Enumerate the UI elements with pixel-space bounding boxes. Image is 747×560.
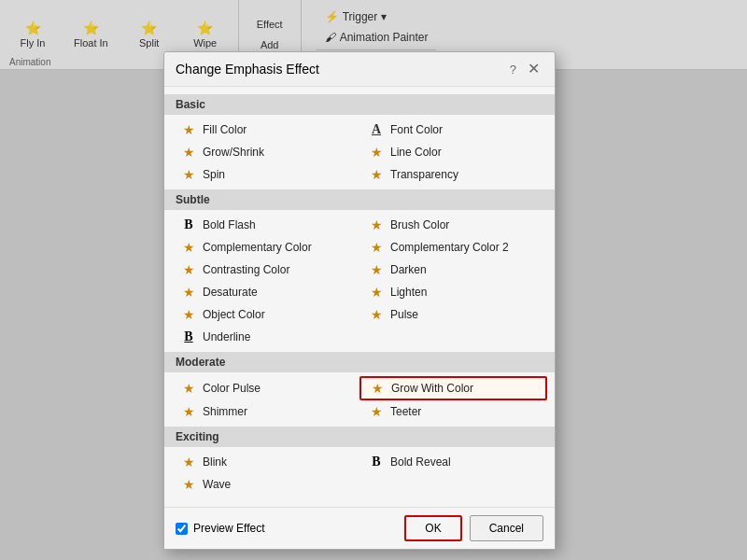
- section-basic: Basic: [164, 94, 555, 115]
- lighten-icon: ★: [368, 285, 385, 300]
- complementary-color-icon: ★: [180, 240, 197, 255]
- basic-effects-grid: ★ Fill Color A Font Color ★ Grow/Shrink …: [164, 115, 555, 189]
- effect-pulse[interactable]: ★ Pulse: [359, 303, 547, 326]
- effect-contrasting-color[interactable]: ★ Contrasting Color: [172, 259, 359, 281]
- darken-icon: ★: [368, 262, 385, 277]
- effect-wave[interactable]: ★ Wave: [172, 473, 359, 496]
- ok-button[interactable]: OK: [404, 515, 461, 541]
- line-color-label: Line Color: [390, 146, 442, 159]
- desaturate-label: Desaturate: [203, 286, 258, 299]
- dialog-footer: Preview Effect OK Cancel: [164, 507, 555, 549]
- effect-lighten[interactable]: ★ Lighten: [359, 281, 547, 303]
- line-color-icon: ★: [368, 145, 385, 160]
- teeter-icon: ★: [368, 404, 385, 419]
- color-pulse-label: Color Pulse: [203, 382, 261, 395]
- effect-underline[interactable]: B Underline: [172, 326, 359, 348]
- footer-buttons: OK Cancel: [404, 515, 543, 541]
- font-color-icon: A: [368, 122, 385, 137]
- darken-label: Darken: [390, 263, 427, 276]
- complementary-color-2-label: Complementary Color 2: [390, 241, 509, 254]
- modal-overlay: Change Emphasis Effect ? ✕ Basic ★ Fill …: [0, 0, 747, 560]
- font-color-label: Font Color: [390, 123, 443, 136]
- dialog-controls: ? ✕: [510, 60, 543, 78]
- effect-transparency[interactable]: ★ Transparency: [359, 163, 547, 186]
- blink-label: Blink: [203, 455, 227, 469]
- section-moderate: Moderate: [164, 352, 555, 372]
- bold-flash-icon: B: [180, 217, 197, 232]
- effect-bold-flash[interactable]: B Bold Flash: [172, 214, 359, 236]
- spin-icon: ★: [180, 167, 197, 182]
- blink-icon: ★: [180, 455, 197, 469]
- preview-effect-checkbox-label[interactable]: Preview Effect: [176, 522, 264, 535]
- fill-color-label: Fill Color: [203, 123, 247, 136]
- exciting-effects-grid: ★ Blink B Bold Reveal ★ Wave: [164, 447, 555, 499]
- grow-with-color-icon: ★: [369, 381, 386, 396]
- effect-fill-color[interactable]: ★ Fill Color: [172, 119, 359, 141]
- fill-color-icon: ★: [180, 122, 197, 137]
- dialog-title: Change Emphasis Effect: [176, 62, 319, 77]
- transparency-icon: ★: [368, 167, 385, 182]
- effect-blink[interactable]: ★ Blink: [172, 451, 359, 473]
- wave-icon: ★: [180, 477, 197, 492]
- lighten-label: Lighten: [390, 286, 427, 299]
- effect-font-color[interactable]: A Font Color: [359, 119, 547, 141]
- effect-line-color[interactable]: ★ Line Color: [359, 141, 547, 163]
- underline-label: Underline: [203, 330, 250, 343]
- effect-grow-with-color[interactable]: ★ Grow With Color: [359, 376, 547, 400]
- grow-shrink-label: Grow/Shrink: [203, 146, 264, 159]
- transparency-label: Transparency: [390, 168, 458, 181]
- dialog-help-button[interactable]: ?: [510, 63, 516, 77]
- effect-object-color[interactable]: ★ Object Color: [172, 303, 359, 326]
- section-subtle: Subtle: [164, 189, 555, 210]
- brush-color-label: Brush Color: [390, 218, 449, 231]
- effect-desaturate[interactable]: ★ Desaturate: [172, 281, 359, 303]
- grow-shrink-icon: ★: [180, 145, 197, 160]
- section-exciting: Exciting: [164, 427, 555, 447]
- pulse-label: Pulse: [390, 308, 418, 321]
- effect-color-pulse[interactable]: ★ Color Pulse: [172, 376, 359, 400]
- complementary-color-label: Complementary Color: [203, 241, 312, 254]
- desaturate-icon: ★: [180, 285, 197, 300]
- effect-spin[interactable]: ★ Spin: [172, 163, 359, 186]
- preview-effect-checkbox[interactable]: [176, 523, 188, 535]
- effect-shimmer[interactable]: ★ Shimmer: [172, 400, 359, 423]
- underline-icon: B: [180, 329, 197, 344]
- grow-with-color-label: Grow With Color: [391, 382, 473, 395]
- object-color-icon: ★: [180, 307, 197, 322]
- color-pulse-icon: ★: [180, 381, 197, 396]
- shimmer-label: Shimmer: [203, 405, 247, 418]
- object-color-label: Object Color: [203, 308, 265, 321]
- teeter-label: Teeter: [390, 405, 421, 418]
- shimmer-icon: ★: [180, 404, 197, 419]
- wave-label: Wave: [203, 478, 231, 491]
- effect-darken[interactable]: ★ Darken: [359, 259, 547, 281]
- spin-label: Spin: [203, 168, 225, 181]
- effect-grow-shrink[interactable]: ★ Grow/Shrink: [172, 141, 359, 163]
- complementary-color-2-icon: ★: [368, 240, 385, 255]
- effect-complementary-color[interactable]: ★ Complementary Color: [172, 236, 359, 259]
- effect-complementary-color-2[interactable]: ★ Complementary Color 2: [359, 236, 547, 259]
- dialog-titlebar: Change Emphasis Effect ? ✕: [164, 52, 555, 87]
- pulse-icon: ★: [368, 307, 385, 322]
- dialog-body: Basic ★ Fill Color A Font Color ★ Grow/S…: [164, 87, 555, 507]
- effect-bold-reveal[interactable]: B Bold Reveal: [359, 451, 547, 473]
- bold-reveal-icon: B: [368, 455, 385, 469]
- effect-empty-2: [359, 473, 547, 496]
- cancel-button[interactable]: Cancel: [470, 515, 543, 541]
- change-emphasis-dialog: Change Emphasis Effect ? ✕ Basic ★ Fill …: [163, 51, 556, 550]
- effect-brush-color[interactable]: ★ Brush Color: [359, 214, 547, 236]
- brush-color-icon: ★: [368, 217, 385, 232]
- dialog-close-button[interactable]: ✕: [524, 60, 543, 78]
- subtle-effects-grid: B Bold Flash ★ Brush Color ★ Complementa…: [164, 210, 555, 352]
- effect-empty-1: [359, 326, 547, 348]
- contrasting-color-icon: ★: [180, 262, 197, 277]
- moderate-effects-grid: ★ Color Pulse ★ Grow With Color ★ Shimme…: [164, 372, 555, 427]
- effect-teeter[interactable]: ★ Teeter: [359, 400, 547, 423]
- bold-reveal-label: Bold Reveal: [390, 455, 451, 469]
- contrasting-color-label: Contrasting Color: [203, 263, 289, 276]
- preview-effect-label: Preview Effect: [193, 522, 264, 535]
- bold-flash-label: Bold Flash: [203, 218, 256, 231]
